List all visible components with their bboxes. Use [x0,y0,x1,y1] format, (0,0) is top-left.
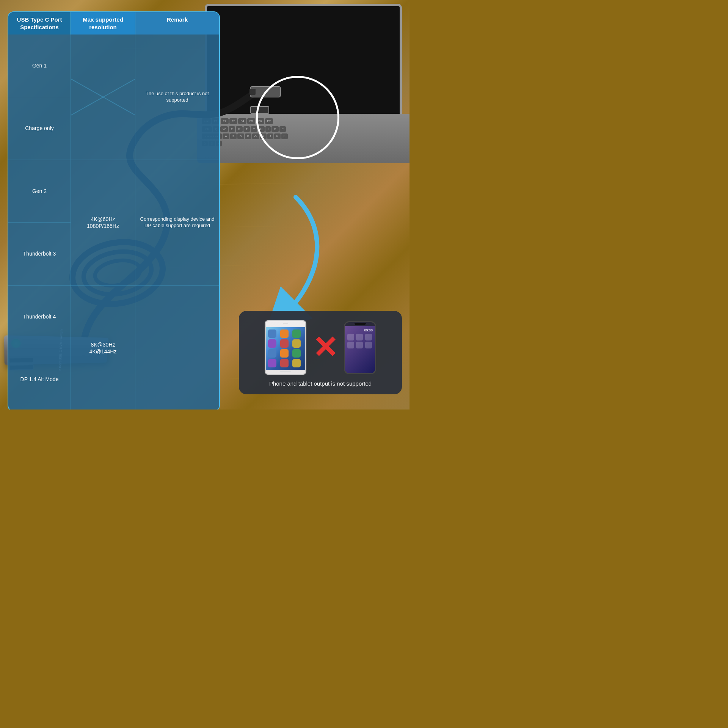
tablet-image [265,320,306,375]
table-body: Gen 1 Charge only The use of this produc… [8,35,219,410]
remark-not-supported: The use of this product is not supported [135,35,219,160]
specs-table: USB Type C PortSpecifications Max suppor… [8,11,220,410]
resolution-empty-gen1 [71,35,135,160]
warning-devices: ✕ 09:08 [265,320,376,375]
table-row-tb4-dp: Thunderbolt 4 DP 1.4 Alt Mode 8K@30Hz4K@… [8,285,219,410]
tablet-home-button [280,371,291,372]
circle-highlight [256,76,339,159]
spec-gen2: Gen 2 [8,160,71,223]
remark-corresponding: Corresponding display device and DP cabl… [135,160,219,285]
red-x-icon: ✕ [312,333,338,363]
table-row-gen2-tb3: Gen 2 Thunderbolt 3 4K@60Hz1080P/165Hz C… [8,160,219,285]
phone-time: 09:08 [347,328,373,333]
tablet-screen [266,327,305,370]
table-row-gen1-chargeonly: Gen 1 Charge only The use of this produc… [8,35,219,160]
phone-notch [355,323,366,325]
warning-text: Phone and tablet output is not supported [269,380,372,387]
spec-thunderbolt3: Thunderbolt 3 [8,223,71,285]
resolution-tb4: 8K@30Hz4K@144Hz [71,286,135,410]
table-header-row: USB Type C PortSpecifications Max suppor… [8,12,219,35]
remark-empty-tb4 [135,286,219,410]
col2-header: Max supportedresolution [71,12,135,35]
spec-charge-only: Charge only [8,97,71,160]
resolution-gen2: 4K@60Hz1080P/165Hz [71,160,135,285]
warning-box: ✕ 09:08 Phone and tablet output is not s… [239,311,402,394]
phone-screen: 09:08 [345,326,375,373]
spec-gen1: Gen 1 [8,35,71,97]
col3-header: Remark [135,12,219,35]
spec-dp14: DP 1.4 Alt Mode [8,348,71,410]
col1-header: USB Type C PortSpecifications [8,12,71,35]
phone-image: 09:08 [344,321,376,374]
spec-thunderbolt4: Thunderbolt 4 [8,286,71,348]
